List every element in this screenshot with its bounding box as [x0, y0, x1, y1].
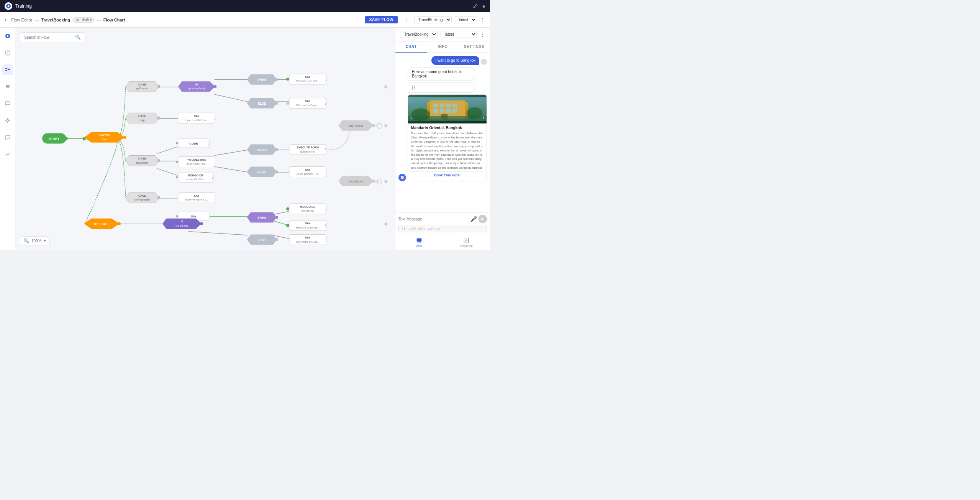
- tab-info[interactable]: INFO: [427, 41, 458, 53]
- svg-text:Welcome to Cogni...: Welcome to Cogni...: [296, 104, 320, 107]
- svg-line-32: [272, 211, 290, 215]
- zoom-out-button[interactable]: 🔍: [23, 238, 29, 243]
- svg-rect-9: [6, 85, 10, 86]
- node-if-favouritecity[interactable]: IF cp.favouritecity ⋮: [178, 81, 217, 92]
- sidebar-home[interactable]: [2, 31, 13, 41]
- node-say-welcome-cp[interactable]: SAY Welcome {{cp.first... ⋮: [286, 74, 327, 84]
- node-case-showspecials[interactable]: CASE showSpecials ⋮: [126, 192, 161, 203]
- node-default[interactable]: DEFAULT ⋮: [84, 219, 121, 229]
- svg-line-27: [215, 167, 248, 173]
- svg-text:CASE: CASE: [138, 157, 146, 160]
- node-switch[interactable]: SWITCH intent ⋮: [84, 132, 126, 143]
- app-title: Training: [15, 3, 32, 9]
- svg-line-8: [7, 69, 8, 71]
- node-say-no-problem[interactable]: SAY Ok, no problem. Fe... ⋮: [289, 167, 327, 177]
- node-if-slots-city[interactable]: IF cl.slots.city ⋮: [162, 219, 203, 229]
- svg-text:⋮: ⋮: [324, 207, 327, 211]
- sidebar-flow[interactable]: [2, 64, 13, 75]
- flow-canvas[interactable]: START SWITCH intent ⋮ CASE getStarted ⋮: [15, 28, 395, 250]
- svg-line-23: [215, 94, 248, 102]
- user-avatar: [481, 59, 487, 65]
- node-case-help[interactable]: CASE help ⋮: [126, 113, 161, 123]
- sidebar-analytics[interactable]: [2, 149, 13, 160]
- svg-text:help: help: [140, 119, 145, 122]
- project-select[interactable]: TravelBooking: [414, 16, 452, 23]
- panel-header-dots[interactable]: ⋮: [480, 31, 485, 38]
- svg-text:cl.slots.city: cl.slots.city: [175, 224, 188, 227]
- node-on-finish[interactable]: ON FINISH ⋮: [339, 120, 375, 131]
- node-case-getstarted[interactable]: CASE getStarted ⋮: [126, 81, 161, 92]
- node-start[interactable]: START: [42, 133, 68, 144]
- zoom-in-button[interactable]: +: [44, 238, 46, 243]
- svg-text:ON ABORT: ON ABORT: [349, 180, 364, 183]
- back-button[interactable]: ‹: [5, 16, 7, 23]
- svg-point-59: [157, 196, 161, 199]
- node-else2[interactable]: ELSE ⋮: [247, 234, 278, 245]
- save-flow-button[interactable]: SAVE FLOW: [365, 16, 398, 23]
- node-say-where[interactable]: SAY Say where you wa... ⋮: [289, 234, 327, 245]
- svg-text:ON NO: ON NO: [257, 171, 267, 174]
- send-button[interactable]: ►: [479, 215, 487, 223]
- node-on-yes[interactable]: ON YES ⋮: [247, 145, 278, 155]
- book-hotel-button[interactable]: Book This Hotel: [411, 171, 483, 179]
- bot-message-row: Here are some great hotels in Bangkok {}: [398, 67, 487, 181]
- svg-point-156: [384, 124, 387, 127]
- svg-text:CASE: CASE: [138, 114, 146, 118]
- node-execute-form[interactable]: EXECUTE FORM BookingForm ⋮: [289, 145, 327, 155]
- svg-point-132: [372, 179, 375, 183]
- svg-line-31: [188, 232, 248, 235]
- node-say-great-hotels[interactable]: SAY Here are some gre... ⋮: [286, 220, 327, 231]
- node-say-help[interactable]: SAY If you need help wi... ⋮: [178, 113, 216, 123]
- chat-icon[interactable]: ☍: [472, 3, 478, 9]
- node-code[interactable]: CODE ⋮: [176, 139, 210, 148]
- node-else1[interactable]: ELSE ⋮: [247, 98, 278, 109]
- node-then1[interactable]: THEN ⋮: [247, 74, 278, 85]
- microphone-icon[interactable]: 🎤: [470, 216, 477, 222]
- hotel-next-button[interactable]: ›: [482, 114, 484, 120]
- playbook-nav-button[interactable]: Playbook: [443, 235, 490, 250]
- panel-header: TravelBooking latest ⋮: [395, 28, 490, 41]
- sidebar-settings[interactable]: [2, 115, 13, 126]
- svg-text:THEN: THEN: [257, 216, 266, 220]
- node-on-abort[interactable]: ON ABORT ⋮: [339, 176, 375, 186]
- search-icon: 🔍: [75, 35, 81, 40]
- tab-settings[interactable]: SETTINGS: [459, 41, 490, 53]
- user-icon[interactable]: ●: [482, 3, 485, 9]
- svg-rect-4: [5, 68, 7, 69]
- header-more-options[interactable]: ⋮: [403, 17, 409, 23]
- hotel-prev-button[interactable]: ‹: [410, 114, 412, 120]
- sidebar-comments[interactable]: [2, 132, 13, 143]
- svg-text:{cc.selectedHotel...: {cc.selectedHotel...: [186, 163, 208, 166]
- svg-line-18: [157, 146, 179, 153]
- draft-badge[interactable]: 10 · draft ▾: [72, 17, 95, 23]
- svg-rect-167: [440, 109, 444, 113]
- sidebar-layers[interactable]: [2, 81, 13, 92]
- chat-area[interactable]: I want to go to Bangkok Here are some gr…: [395, 53, 490, 212]
- sidebar-chat[interactable]: [2, 98, 13, 109]
- bot-message-container: Here are some great hotels in Bangkok {}: [408, 67, 487, 181]
- chat-nav-button[interactable]: Chat: [395, 235, 443, 250]
- node-then2[interactable]: THEN ⋮: [247, 212, 278, 222]
- svg-point-55: [157, 159, 161, 162]
- search-input[interactable]: [24, 35, 73, 39]
- svg-text:Here are some gre...: Here are some gre...: [296, 226, 320, 229]
- node-mongo-db2[interactable]: MONGO DB mongoFind ⋮: [286, 204, 327, 214]
- panel-project-select[interactable]: TravelBooking: [400, 31, 438, 38]
- svg-text:SAY: SAY: [305, 99, 310, 103]
- panel-more-options[interactable]: ⋮: [480, 17, 485, 23]
- tab-chat[interactable]: CHAT: [395, 41, 427, 53]
- search-box: 🔍: [20, 32, 85, 42]
- node-on-no[interactable]: ON NO ⋮: [247, 167, 278, 177]
- app-logo: [5, 2, 12, 10]
- panel-version-select[interactable]: latest: [441, 31, 477, 38]
- node-case-bookintent[interactable]: CASE bookIntent ⋮: [126, 156, 161, 166]
- node-say-welcome-cogni[interactable]: SAY Welcome to Cogni... ⋮: [286, 98, 327, 109]
- node-say-today[interactable]: SAY Today we have a g... ⋮: [178, 192, 216, 203]
- version-select[interactable]: latest: [455, 16, 477, 23]
- node-yn-question[interactable]: YN QUESTION {cc.selectedHotel... ⋮: [176, 156, 216, 167]
- svg-point-13: [7, 120, 8, 122]
- sidebar-info[interactable]: i: [2, 48, 13, 58]
- node-mongo-db[interactable]: MONGO DB mongoFindOne ⋮: [176, 172, 214, 183]
- main-layout: i 🔍: [0, 28, 490, 250]
- chat-text-input[interactable]: [398, 215, 469, 223]
